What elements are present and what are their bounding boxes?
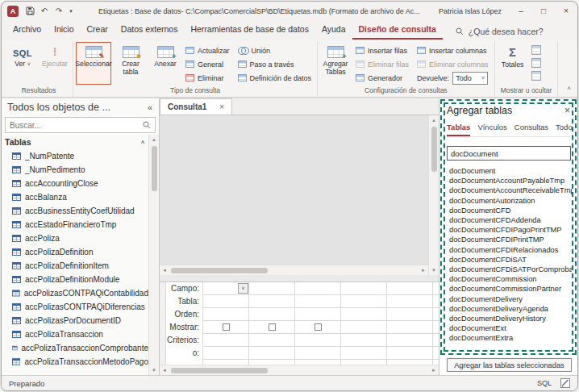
pane-tab-tablas[interactable]: Tablas: [447, 123, 470, 136]
field-dropdown-icon[interactable]: ˅: [238, 283, 248, 294]
table-list-item[interactable]: accPolizaTransaccionMetodoPago: [2, 355, 148, 369]
totals-button[interactable]: Σ Totales: [498, 42, 528, 85]
add-tables-search-input[interactable]: [451, 149, 567, 158]
add-tables-button[interactable]: + Agregar Tablas: [320, 42, 351, 85]
pane-tab-vinculos[interactable]: Vínculos: [477, 123, 506, 136]
tab-archivo[interactable]: Archivo: [6, 20, 48, 40]
add-tables-list-item[interactable]: docDocument: [447, 166, 572, 176]
table-list-item[interactable]: accPolizaTransaccion: [2, 327, 148, 341]
collapse-pane-icon[interactable]: «: [148, 102, 152, 112]
crosstab-query-button[interactable]: General: [182, 57, 233, 71]
add-tables-search-box[interactable]: [447, 146, 571, 161]
add-tables-list-item[interactable]: docDocumentAccountPayableTmp: [447, 176, 572, 186]
collapse-ribbon-button[interactable]: ˄: [567, 85, 571, 92]
sql-view-button[interactable]: SQL: [537, 379, 552, 387]
qat-customize-button[interactable]: ▾: [68, 5, 74, 18]
tab-herramientas-bd[interactable]: Herramientas de base de datos: [184, 20, 315, 40]
add-tables-list-item[interactable]: docDocumentCFDiSAT: [447, 255, 572, 265]
table-list-item[interactable]: accBusinessEntityCoefUtilidad: [2, 204, 148, 218]
delete-query-button[interactable]: Eliminar: [182, 71, 233, 85]
table-list-item[interactable]: accPolizaTransaccionComprobante: [2, 341, 148, 355]
tab-ayuda[interactable]: Ayuda: [315, 20, 352, 40]
add-tables-list-item[interactable]: docDocumentCFDIPrintTMP: [447, 235, 572, 244]
scroll-thumb[interactable]: [152, 146, 157, 191]
maximize-button[interactable]: □: [532, 2, 555, 20]
surface-hscrollbar[interactable]: ◄ ►: [160, 265, 428, 275]
tables-section-header[interactable]: Tablas ˄: [2, 135, 148, 149]
add-tables-list-item[interactable]: docDocumentExtra: [447, 333, 572, 343]
passthrough-query-button[interactable]: Paso a través: [235, 57, 315, 71]
table-list-item[interactable]: accPolizaDefinitionModule: [2, 273, 148, 286]
add-tables-list-item[interactable]: docDocumentCommissionPartner: [447, 284, 572, 294]
add-tables-list-item[interactable]: docDocumentCFD: [447, 206, 572, 215]
table-list-item[interactable]: accPolizasCONTPAQiContabilidad: [2, 286, 148, 300]
make-table-query-button[interactable]: ∗ Crear tabla: [113, 42, 148, 85]
add-tables-list-item[interactable]: docDocumentAccountReceivableTmp: [447, 186, 572, 195]
scroll-up-icon[interactable]: ▲: [431, 115, 436, 125]
table-list-item[interactable]: accPoliza: [2, 231, 148, 245]
nav-search-input[interactable]: [10, 121, 140, 130]
surface-vscrollbar[interactable]: ▲ ▼: [428, 115, 439, 275]
add-tables-list-item[interactable]: docDocumentCFDIPagoPrintTMP: [447, 225, 572, 235]
grid-hscrollbar[interactable]: ◄ ►: [160, 365, 439, 375]
design-view-button[interactable]: [560, 378, 570, 389]
add-tables-list-item[interactable]: docDocumentCFDAddenda: [447, 215, 572, 225]
show-checkbox[interactable]: [269, 323, 276, 331]
append-query-button[interactable]: + Anexar: [150, 42, 181, 85]
add-tables-list-item[interactable]: docDocumentCommission: [447, 274, 572, 284]
nav-scrollbar[interactable]: ▲ ▼: [148, 135, 159, 375]
tab-consulta1[interactable]: Consulta1 ×: [160, 98, 232, 115]
close-tab-icon[interactable]: ×: [219, 102, 224, 111]
add-tables-list-item[interactable]: docDocumentDeliveryAgenda: [447, 304, 572, 314]
nav-search-box[interactable]: [5, 117, 156, 133]
builder-button[interactable]: Generador: [352, 71, 412, 85]
delete-rows-button[interactable]: Eliminar filas: [352, 57, 412, 71]
tab-crear[interactable]: Crear: [81, 20, 115, 40]
scroll-left-icon[interactable]: ◄: [160, 268, 169, 273]
query-design-surface[interactable]: [160, 115, 428, 265]
update-query-button[interactable]: Actualizar: [182, 44, 233, 57]
select-query-button[interactable]: ✎ Seleccionar: [76, 42, 111, 85]
undo-button[interactable]: ↶: [39, 5, 50, 18]
minimize-button[interactable]: –: [510, 2, 532, 20]
table-list-item[interactable]: accBalanza: [2, 190, 148, 204]
table-list-item[interactable]: accPolizasPorDocumentID: [2, 314, 148, 327]
redo-button[interactable]: ↷: [53, 5, 65, 18]
scroll-right-icon[interactable]: ►: [419, 268, 428, 273]
table-names-button[interactable]: [530, 56, 543, 69]
add-tables-list-item[interactable]: docDocumentDeliveryHistory: [447, 314, 572, 323]
insert-columns-button[interactable]: Insertar columnas: [414, 44, 492, 57]
scroll-thumb[interactable]: [171, 368, 268, 373]
add-tables-list-item[interactable]: docDocumentCFDiSATPorComprobar: [447, 265, 572, 274]
tell-me-search[interactable]: ¿Qué desea hacer?: [456, 20, 544, 40]
add-tables-list-item[interactable]: docDocumentAutorization: [447, 196, 572, 206]
show-checkbox[interactable]: [223, 323, 230, 331]
close-pane-icon[interactable]: ×: [564, 105, 570, 116]
pane-tab-consultas[interactable]: Consultas: [514, 123, 548, 136]
add-tables-list-item[interactable]: docDocumentExt: [447, 323, 572, 333]
scroll-thumb[interactable]: [431, 127, 437, 172]
union-query-button[interactable]: Unión: [235, 44, 315, 57]
add-tables-list-item[interactable]: docDocumentCFDIRelacionados: [447, 245, 572, 255]
view-button[interactable]: SQL Ver ˅: [7, 42, 38, 85]
show-checkbox[interactable]: [314, 323, 322, 331]
grid-cells[interactable]: ˅: [203, 282, 439, 365]
insert-rows-button[interactable]: Insertar filas: [352, 44, 412, 57]
table-list-item[interactable]: _NumPatente: [2, 149, 148, 163]
table-list-item[interactable]: accEstadoFinancieroTmp: [2, 218, 148, 231]
scroll-right-icon[interactable]: ►: [429, 368, 439, 373]
delete-columns-button[interactable]: Eliminar columnas: [414, 57, 492, 71]
table-list-item[interactable]: accPolizasCONTPAQiDiferencias: [2, 300, 148, 314]
scroll-down-icon[interactable]: ▼: [152, 365, 156, 375]
table-list-item[interactable]: _NumPedimento: [2, 163, 148, 177]
scroll-up-icon[interactable]: ▲: [152, 135, 156, 144]
return-select[interactable]: Todo ˅: [452, 72, 488, 85]
tab-diseno-de-consulta[interactable]: Diseño de consulta: [352, 20, 443, 40]
scroll-down-icon[interactable]: ▼: [431, 265, 436, 275]
run-button[interactable]: ! Ejecutar: [40, 42, 70, 85]
scroll-left-icon[interactable]: ◄: [160, 368, 169, 373]
data-definition-button[interactable]: Definición de datos: [235, 71, 315, 85]
add-tables-list-item[interactable]: docDocumentDelivery: [447, 294, 572, 303]
parameters-button[interactable]: [530, 69, 543, 82]
scroll-thumb[interactable]: [171, 268, 268, 273]
